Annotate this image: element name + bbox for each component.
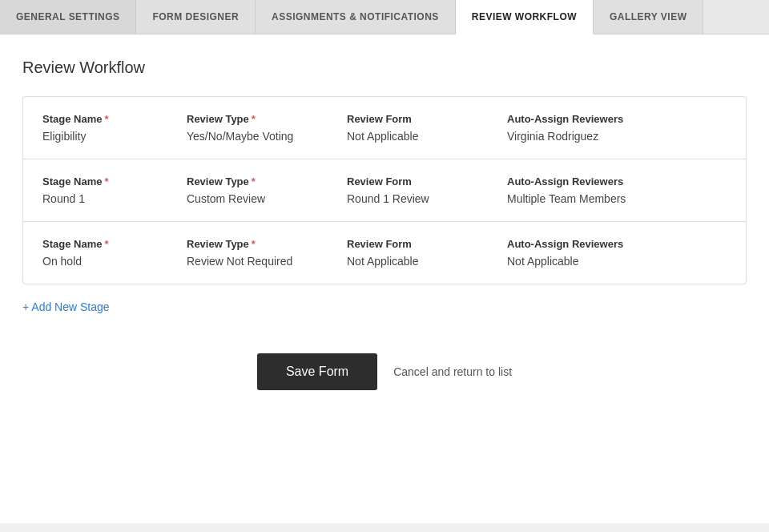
cancel-link[interactable]: Cancel and return to list [393, 365, 512, 378]
save-form-button[interactable]: Save Form [257, 353, 377, 390]
field-group-review-form-3: Review Form Not Applicable [347, 238, 507, 268]
stage-row: Stage Name* Eligibility Review Type* Yes… [23, 97, 746, 159]
stage-name-value-2: Round 1 [42, 192, 171, 205]
field-group-review-type-3: Review Type* Review Not Required [187, 238, 347, 268]
review-form-value-3: Not Applicable [347, 255, 491, 268]
review-type-label-2: Review Type* [187, 175, 331, 187]
review-type-value-1: Yes/No/Maybe Voting [187, 130, 331, 143]
workflow-container: Stage Name* Eligibility Review Type* Yes… [22, 96, 747, 284]
review-form-label-1: Review Form [347, 113, 491, 125]
review-form-value-1: Not Applicable [347, 130, 491, 143]
stage-row: Stage Name* On hold Review Type* Review … [23, 222, 746, 284]
stage-name-value-3: On hold [42, 255, 171, 268]
stage-name-value-1: Eligibility [42, 130, 171, 143]
field-group-auto-assign-2: Auto-Assign Reviewers Multiple Team Memb… [507, 175, 731, 205]
field-group-review-form-1: Review Form Not Applicable [347, 113, 507, 143]
tab-gallery-view[interactable]: GALLERY VIEW [594, 0, 703, 34]
tab-review-workflow[interactable]: REVIEW WORKFLOW [456, 0, 594, 34]
footer-actions: Save Form Cancel and return to list [22, 345, 747, 390]
auto-assign-value-2: Multiple Team Members [507, 192, 715, 205]
review-form-label-2: Review Form [347, 175, 491, 187]
review-type-label-3: Review Type* [187, 238, 331, 250]
page-title: Review Workflow [22, 58, 747, 77]
field-group-review-form-2: Review Form Round 1 Review [347, 175, 507, 205]
field-group-auto-assign-1: Auto-Assign Reviewers Virginia Rodriguez [507, 113, 731, 143]
tab-bar: GENERAL SETTINGS FORM DESIGNER ASSIGNMEN… [0, 0, 769, 34]
field-group-review-type-2: Review Type* Custom Review [187, 175, 347, 205]
review-type-label-1: Review Type* [187, 113, 331, 125]
auto-assign-label-3: Auto-Assign Reviewers [507, 238, 715, 250]
stage-row: Stage Name* Round 1 Review Type* Custom … [23, 159, 746, 222]
stage-name-label-1: Stage Name* [42, 113, 171, 125]
add-new-stage-link[interactable]: + Add New Stage [22, 300, 110, 313]
field-group-stage-name-3: Stage Name* On hold [42, 238, 187, 268]
stage-name-label-3: Stage Name* [42, 238, 171, 250]
field-group-review-type-1: Review Type* Yes/No/Maybe Voting [187, 113, 347, 143]
tab-general-settings[interactable]: GENERAL SETTINGS [0, 0, 136, 34]
main-content: Review Workflow Stage Name* Eligibility … [0, 34, 769, 523]
auto-assign-value-3: Not Applicable [507, 255, 715, 268]
field-group-auto-assign-3: Auto-Assign Reviewers Not Applicable [507, 238, 731, 268]
auto-assign-label-1: Auto-Assign Reviewers [507, 113, 715, 125]
field-group-stage-name-1: Stage Name* Eligibility [42, 113, 187, 143]
field-group-stage-name-2: Stage Name* Round 1 [42, 175, 187, 205]
review-type-value-2: Custom Review [187, 192, 331, 205]
review-form-value-2: Round 1 Review [347, 192, 491, 205]
stage-name-label-2: Stage Name* [42, 175, 171, 187]
review-type-value-3: Review Not Required [187, 255, 331, 268]
tab-assignments-notifications[interactable]: ASSIGNMENTS & NOTIFICATIONS [256, 0, 456, 34]
auto-assign-label-2: Auto-Assign Reviewers [507, 175, 715, 187]
review-form-label-3: Review Form [347, 238, 491, 250]
tab-form-designer[interactable]: FORM DESIGNER [136, 0, 256, 34]
auto-assign-value-1: Virginia Rodriguez [507, 130, 715, 143]
